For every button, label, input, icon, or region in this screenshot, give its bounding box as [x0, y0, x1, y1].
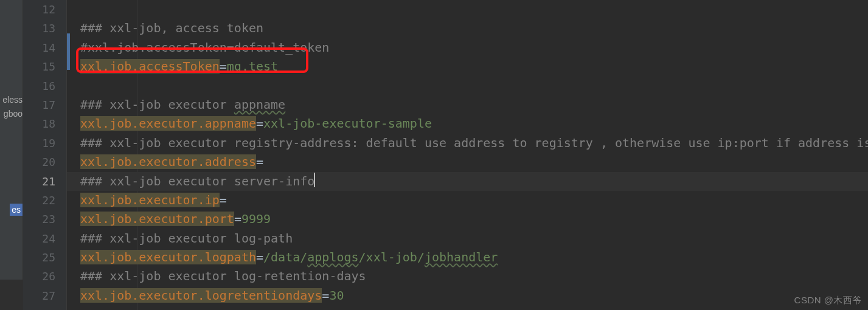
line-number[interactable]: 13	[23, 19, 55, 38]
line-number-gutter[interactable]: 1213141516171819202122232425262728	[23, 0, 67, 310]
code-line[interactable]: xxl.job.executor.ip=	[80, 191, 868, 210]
property-key: xxl.job.executor.appname	[80, 116, 256, 131]
code-comment: ### xxl-job executor log-path	[80, 231, 293, 246]
code-line[interactable]: ### xxl-job executor log-path	[80, 229, 868, 248]
line-number[interactable]: 12	[23, 0, 55, 19]
code-line[interactable]: xxl.job.executor.address=	[80, 153, 868, 171]
line-number[interactable]: 17	[23, 95, 55, 114]
property-key: xxl.job.executor.logpath	[80, 250, 256, 264]
equals-sign: =	[220, 59, 227, 74]
property-value: /data/	[263, 250, 307, 264]
line-number[interactable]: 14	[23, 38, 55, 57]
equals-sign: =	[256, 116, 263, 131]
property-value: mq.test	[227, 59, 278, 74]
code-comment: ### xxl-job, access token	[80, 21, 263, 35]
property-key: xxl.job.executor.port	[80, 212, 234, 226]
equals-sign: =	[256, 154, 263, 169]
property-key: xxl.job.executor.logretentiondays	[80, 288, 322, 303]
property-key: xxl.job.executor.address	[80, 154, 256, 169]
property-value: 9999	[241, 212, 271, 226]
property-key: xxl.job.accessToken	[80, 59, 220, 74]
property-key: xxl.job.executor.ip	[80, 193, 220, 207]
line-number[interactable]: 22	[23, 191, 55, 210]
property-value: 30	[329, 288, 344, 303]
property-value: /xxl-job/	[359, 250, 425, 264]
code-line[interactable]: ### xxl-job, access token	[80, 19, 868, 38]
code-line[interactable]: ### xxl-job executor registry-address: d…	[80, 134, 868, 153]
line-number[interactable]: 20	[23, 153, 55, 171]
property-value-word: applogs	[307, 250, 358, 264]
project-sidebar-fragment: eless gboo es	[0, 0, 23, 310]
code-editor[interactable]: ### xxl-job, access token #xxl.job.acces…	[67, 0, 868, 310]
line-number[interactable]: 18	[23, 114, 55, 133]
line-number[interactable]: 25	[23, 248, 55, 267]
code-comment: ### xxl-job executor server-info	[80, 174, 314, 188]
line-number[interactable]: 28	[23, 305, 55, 310]
code-comment: ### xxl-job executor	[80, 97, 234, 112]
sidebar-blank	[0, 280, 23, 310]
property-value-word: jobhandler	[425, 250, 498, 264]
code-line[interactable]: xxl.job.executor.logretentiondays=30	[80, 286, 868, 305]
line-number[interactable]: 26	[23, 267, 55, 286]
line-number[interactable]: 23	[23, 210, 55, 229]
watermark-text: CSDN @木西爷	[794, 295, 862, 306]
code-line-current[interactable]: ### xxl-job executor server-info	[67, 172, 868, 191]
property-value: xxl-job-executor-sample	[263, 116, 432, 131]
code-line[interactable]: #xxl.job.accessToken=default_token	[80, 38, 868, 57]
line-number[interactable]: 21	[23, 172, 55, 191]
code-line[interactable]: ### xxl-job executor log-retention-days	[80, 267, 868, 286]
line-number[interactable]: 16	[23, 77, 55, 95]
code-comment: #xxl.job.accessToken=default_token	[80, 40, 329, 55]
sidebar-fragment-2: gboo	[4, 108, 23, 119]
code-comment: ### xxl-job executor log-retention-days	[80, 269, 366, 283]
equals-sign: =	[322, 288, 329, 303]
equals-sign: =	[234, 212, 241, 226]
code-line[interactable]: xxl.job.accessToken=mq.test	[80, 57, 868, 76]
equals-sign: =	[220, 193, 227, 207]
text-cursor	[314, 173, 315, 187]
line-number[interactable]: 27	[23, 286, 55, 305]
line-number[interactable]: 24	[23, 229, 55, 248]
code-line[interactable]: xxl.job.executor.port=9999	[80, 210, 868, 229]
code-line[interactable]	[80, 0, 868, 19]
code-line[interactable]: xxl.job.executor.logpath=/data/applogs/x…	[80, 248, 868, 267]
sidebar-fragment-1: eless	[2, 94, 23, 105]
equals-sign: =	[256, 250, 263, 264]
sidebar-fragment-3[interactable]: es	[10, 204, 23, 216]
line-number[interactable]: 15	[23, 57, 55, 76]
code-line[interactable]: xxl.job.executor.appname=xxl-job-executo…	[80, 114, 868, 133]
code-comment-word: appname	[234, 97, 285, 112]
code-line[interactable]	[80, 77, 868, 95]
code-comment: ### xxl-job executor registry-address: d…	[80, 136, 868, 150]
code-line[interactable]: ### xxl-job executor appname	[80, 95, 868, 114]
line-number[interactable]: 19	[23, 134, 55, 153]
